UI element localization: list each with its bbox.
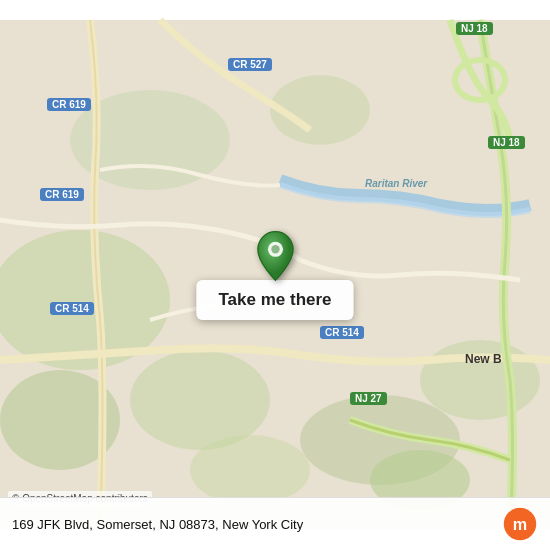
road-badge-cr514-right: CR 514 [320, 326, 364, 339]
road-badge-cr619-top: CR 619 [47, 98, 91, 111]
road-badge-cr619-mid: CR 619 [40, 188, 84, 201]
take-me-there-button[interactable]: Take me there [196, 280, 353, 320]
road-badge-cr527: CR 527 [228, 58, 272, 71]
bottom-bar: 169 JFK Blvd, Somerset, NJ 08873, New Yo… [0, 497, 550, 550]
address-text: 169 JFK Blvd, Somerset, NJ 08873, New Yo… [12, 517, 303, 532]
moovit-logo-icon: m [502, 506, 538, 542]
moovit-logo: m [502, 506, 538, 542]
road-badge-cr514-left: CR 514 [50, 302, 94, 315]
road-badge-nj27: NJ 27 [350, 392, 387, 405]
svg-point-2 [130, 350, 270, 450]
location-pin-icon [249, 230, 301, 282]
svg-text:m: m [513, 515, 527, 533]
svg-point-10 [190, 435, 310, 505]
map-container: CR 619 CR 619 CR 527 CR 514 CR 514 NJ 18… [0, 0, 550, 550]
svg-point-12 [271, 245, 279, 253]
cta-popup: Take me there [196, 230, 353, 320]
svg-point-4 [420, 340, 540, 420]
road-badge-nj18-top: NJ 18 [456, 22, 493, 35]
road-badge-nj18-right: NJ 18 [488, 136, 525, 149]
